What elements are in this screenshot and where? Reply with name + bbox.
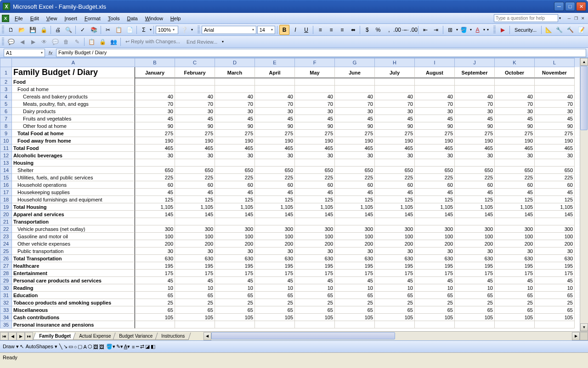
row-header-35[interactable]: 35 (0, 321, 12, 328)
cell-k13[interactable] (495, 159, 535, 167)
excel-doc-icon[interactable]: X (2, 15, 9, 22)
rectangle-button[interactable]: ▭ (68, 344, 73, 350)
cell-j13[interactable] (455, 159, 495, 167)
cell-j25[interactable]: 30 (455, 247, 495, 255)
arrow-style-button[interactable]: ⇄ (140, 344, 144, 350)
row-header-21[interactable]: 21 (0, 218, 12, 225)
cell-e35[interactable] (255, 321, 295, 328)
cell-c13[interactable] (175, 159, 215, 167)
scroll-down-button[interactable]: ▼ (580, 323, 588, 331)
cell-a20[interactable]: Apparel and services (12, 211, 135, 218)
cell-k31[interactable]: 65 (495, 292, 535, 299)
cell-g7[interactable]: 45 (335, 115, 375, 122)
cell-a4[interactable]: Cereals and bakery products (12, 93, 135, 100)
cell-c4[interactable]: 40 (175, 93, 215, 100)
cell-c23[interactable]: 100 (175, 233, 215, 240)
cell-k22[interactable]: 300 (495, 225, 535, 233)
share-button[interactable]: 👥 (108, 37, 119, 47)
cell-h9[interactable]: 275 (375, 130, 415, 137)
prev-comment-button[interactable]: ◀ (17, 37, 27, 47)
font-size-combo[interactable]: 14▾ (257, 26, 276, 34)
cell-e26[interactable]: 630 (255, 255, 295, 262)
cell-a29[interactable]: Personal care products and services (12, 277, 135, 284)
cell-g18[interactable]: 125 (335, 196, 375, 203)
cell-h16[interactable]: 60 (375, 181, 415, 189)
cell-k9[interactable]: 275 (495, 130, 535, 137)
save-button[interactable]: 💾 (28, 25, 38, 35)
cell-j17[interactable]: 45 (455, 189, 495, 196)
col-header-F[interactable]: F (295, 58, 335, 67)
cell-f25[interactable]: 30 (295, 247, 335, 255)
cell-i9[interactable]: 275 (415, 130, 455, 137)
cell-b13[interactable] (135, 159, 175, 167)
cell-a26[interactable]: Total Transportation (12, 255, 135, 262)
cell-g20[interactable]: 145 (335, 211, 375, 218)
cell-k18[interactable]: 125 (495, 196, 535, 203)
cell-g23[interactable]: 100 (335, 233, 375, 240)
cell-b27[interactable]: 195 (135, 262, 175, 270)
cell-k3[interactable] (495, 86, 535, 93)
cell-e32[interactable]: 25 (255, 299, 295, 306)
cell-c35[interactable] (175, 321, 215, 328)
new-comment-button[interactable]: 💬 (6, 37, 16, 47)
increase-indent-button[interactable]: ⇥ (431, 25, 441, 35)
cell-k15[interactable]: 225 (495, 174, 535, 181)
cell-b23[interactable]: 100 (135, 233, 175, 240)
cell-a11[interactable]: Total Food (12, 144, 135, 152)
help-search-input[interactable] (494, 14, 558, 22)
cell-c1[interactable]: February (175, 67, 215, 78)
cell-k10[interactable]: 190 (495, 137, 535, 144)
cell-g31[interactable]: 65 (335, 292, 375, 299)
cell-k27[interactable]: 195 (495, 262, 535, 270)
track-changes-button[interactable]: 📋 (86, 37, 96, 47)
cell-a8[interactable]: Other food at home (12, 122, 135, 130)
cell-l25[interactable]: 30 (535, 247, 575, 255)
cell-e3[interactable] (255, 86, 295, 93)
bold-button[interactable]: B (279, 25, 289, 35)
cell-a14[interactable]: Shelter (12, 167, 135, 174)
cell-h23[interactable]: 100 (375, 233, 415, 240)
sheet-tab-budget-variance[interactable]: Budget Variance (113, 333, 159, 340)
cell-g29[interactable]: 45 (335, 277, 375, 284)
cell-h26[interactable]: 630 (375, 255, 415, 262)
copy-button[interactable]: 📋 (114, 25, 124, 35)
cell-c16[interactable]: 60 (175, 181, 215, 189)
doc-restore-button[interactable]: ❐ (573, 15, 579, 22)
font-color-button[interactable]: A (473, 25, 483, 35)
cell-a7[interactable]: Fruits and vegetables (12, 115, 135, 122)
cell-k33[interactable]: 65 (495, 306, 535, 314)
cell-e8[interactable]: 90 (255, 122, 295, 130)
cell-f29[interactable]: 45 (295, 277, 335, 284)
col-header-B[interactable]: B (135, 58, 175, 67)
new-button[interactable]: 🗋 (6, 25, 16, 35)
sheet-tab-family-budget[interactable]: Family Budget (33, 333, 77, 340)
cell-f10[interactable]: 190 (295, 137, 335, 144)
cell-b2[interactable] (135, 78, 175, 86)
macro-play-button[interactable]: ▶ (498, 25, 508, 35)
cell-e6[interactable]: 30 (255, 108, 295, 115)
scroll-right-button[interactable]: ▶ (572, 332, 580, 340)
cell-l22[interactable]: 300 (535, 225, 575, 233)
cell-d19[interactable]: 1,105 (215, 203, 255, 211)
cell-e25[interactable]: 30 (255, 247, 295, 255)
cell-i29[interactable]: 45 (415, 277, 455, 284)
cell-f2[interactable] (295, 78, 335, 86)
cell-h13[interactable] (375, 159, 415, 167)
cell-e23[interactable]: 100 (255, 233, 295, 240)
row-header-20[interactable]: 20 (0, 211, 12, 218)
cell-h1[interactable]: July (375, 67, 415, 78)
cell-a6[interactable]: Dairy products (12, 108, 135, 115)
cell-g19[interactable]: 1,105 (335, 203, 375, 211)
cell-a27[interactable]: Healthcare (12, 262, 135, 270)
autoshapes-button[interactable]: AutoShapes ▾ (26, 344, 57, 350)
cell-h5[interactable]: 70 (375, 100, 415, 108)
cell-k16[interactable]: 60 (495, 181, 535, 189)
cell-g1[interactable]: June (335, 67, 375, 78)
row-header-25[interactable]: 25 (0, 247, 12, 255)
merge-center-button[interactable]: ⬌ (348, 25, 358, 35)
cell-h8[interactable]: 90 (375, 122, 415, 130)
cell-b32[interactable]: 25 (135, 299, 175, 306)
cell-i5[interactable]: 70 (415, 100, 455, 108)
cell-f27[interactable]: 195 (295, 262, 335, 270)
cell-h18[interactable]: 125 (375, 196, 415, 203)
